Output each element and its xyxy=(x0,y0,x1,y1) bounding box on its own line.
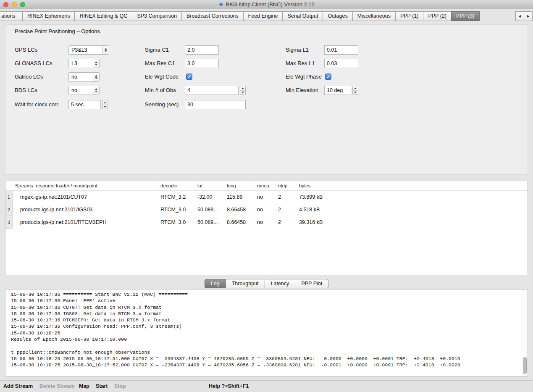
delete-stream-button[interactable]: Delete Stream xyxy=(39,381,74,392)
stepper-down-icon[interactable] xyxy=(353,90,358,95)
map-button[interactable]: Map xyxy=(79,381,89,392)
wait-clock-stepper[interactable] xyxy=(102,100,108,109)
min-obs-stepper[interactable] xyxy=(240,86,246,95)
stepper-down-icon[interactable] xyxy=(240,90,245,95)
tab-scroll-left-icon[interactable]: ◀ xyxy=(515,11,524,21)
gps-lcs-value: P3&L3 xyxy=(69,46,102,54)
header-long[interactable]: long xyxy=(224,181,255,190)
min-obs-input[interactable] xyxy=(185,86,239,95)
header-ntrip[interactable]: ntrip xyxy=(276,181,297,190)
glonass-lcs-select[interactable]: L3 xyxy=(68,59,100,68)
tab-rinex-ephemeris[interactable]: RINEX Ephemeris xyxy=(22,11,75,21)
header-decoder[interactable]: decoder xyxy=(158,181,195,190)
cell-mountpoint: mgex.igs-ip.net:2101/CUT07 xyxy=(13,191,158,203)
table-row[interactable]: 1 mgex.igs-ip.net:2101/CUT07 RTCM_3.2 -3… xyxy=(5,191,528,203)
min-elevation-label: Min Elevation xyxy=(286,86,318,95)
tab-outages[interactable]: Outages xyxy=(323,11,352,21)
ele-wgt-phase-checkbox[interactable]: ✓ xyxy=(325,74,331,80)
min-elevation-stepper[interactable] xyxy=(352,86,358,95)
tab-sp3-comparison[interactable]: SP3 Comparison xyxy=(132,11,182,21)
ele-wgt-code-checkbox[interactable]: ✓ xyxy=(186,74,192,80)
streams-header-row: Streams: resource loader / mountpoint de… xyxy=(5,181,528,191)
gps-lcs-label: GPS LCs xyxy=(15,45,37,55)
zoom-button[interactable] xyxy=(20,2,25,7)
window-title-text: BKG Ntrip Client (BNC) Version 2.12 xyxy=(226,1,315,8)
cell-ntrip: 2 xyxy=(276,203,297,216)
close-button[interactable] xyxy=(3,2,8,7)
tab-ppp-2[interactable]: PPP (2) xyxy=(423,11,452,21)
tab-miscellaneous[interactable]: Miscellaneous xyxy=(352,11,396,21)
row-number: 3 xyxy=(5,216,13,229)
wait-clock-label: Wait for clock corr. xyxy=(15,100,59,109)
cell-nmea: no xyxy=(255,191,276,203)
tab-throughput[interactable]: Throughput xyxy=(226,279,265,288)
stepper-up-icon[interactable] xyxy=(353,86,358,90)
bds-lcs-value: no xyxy=(69,86,93,95)
sigma-l1-input[interactable] xyxy=(324,45,358,55)
max-res-c1-input[interactable] xyxy=(185,59,219,68)
max-res-l1-input[interactable] xyxy=(324,59,358,68)
cell-mountpoint: products.igs-ip.net:2101/RTCM3EPH xyxy=(13,216,158,229)
ele-wgt-code-label: Ele Wgt Code xyxy=(145,72,179,82)
cell-ntrip: 2 xyxy=(276,216,297,229)
combo-arrows-icon xyxy=(102,46,109,54)
stepper-down-icon[interactable] xyxy=(102,105,108,109)
bnc-window: ❖BKG Ntrip Client (BNC) Version 2.12 ati… xyxy=(0,0,533,392)
gps-lcs-select[interactable]: P3&L3 xyxy=(68,45,109,55)
tab-bar: ations RINEX Ephemeris RINEX Editing & Q… xyxy=(0,11,480,21)
glonass-lcs-label: GLONASS LCs xyxy=(15,59,53,68)
log-scrollbar[interactable] xyxy=(522,289,528,376)
stop-button[interactable]: Stop xyxy=(114,381,126,392)
header-mountpoint[interactable]: Streams: resource loader / mountpoint xyxy=(5,181,158,190)
table-row[interactable]: 2 products.igs-ip.net:2101/IGS03 RTCM_3.… xyxy=(5,203,528,216)
app-icon: ❖ xyxy=(218,1,223,8)
traffic-lights xyxy=(3,2,25,7)
header-bytes[interactable]: bytes xyxy=(297,181,528,190)
header-nmea[interactable]: nmea xyxy=(255,181,276,190)
bds-lcs-select[interactable]: no xyxy=(68,86,100,95)
cell-lat: -32.00 xyxy=(195,191,224,203)
tab-rinex-editing-qc[interactable]: RINEX Editing & QC xyxy=(74,11,132,21)
table-row[interactable]: 3 products.igs-ip.net:2101/RTCM3EPH RTCM… xyxy=(5,216,528,229)
sigma-c1-input[interactable] xyxy=(185,45,219,55)
cell-decoder: RTCM_3.2 xyxy=(158,191,195,203)
cell-bytes: 39.316 kB xyxy=(297,216,528,229)
tab-log[interactable]: Log xyxy=(205,279,226,288)
tab-ppp-1[interactable]: PPP (1) xyxy=(395,11,424,21)
start-button[interactable]: Start xyxy=(96,381,108,392)
header-lat[interactable]: lat xyxy=(195,181,224,190)
stepper-up-icon[interactable] xyxy=(240,86,245,90)
galileo-lcs-value: no xyxy=(69,73,93,81)
stepper-up-icon[interactable] xyxy=(102,100,108,105)
log-scrollbar-thumb[interactable] xyxy=(523,357,527,374)
add-stream-button[interactable]: Add Stream xyxy=(3,381,33,392)
log-output: 15-06-30 10:17:36 ========== Start BNC v… xyxy=(5,291,521,375)
help-shortcut-label: Help ?=Shift+F1 xyxy=(209,381,249,392)
min-elevation-input[interactable] xyxy=(324,86,351,95)
tab-scroll-right-icon[interactable]: ▶ xyxy=(524,11,533,21)
streams-table: Streams: resource loader / mountpoint de… xyxy=(5,181,528,275)
sigma-c1-label: Sigma C1 xyxy=(145,45,169,55)
sigma-l1-label: Sigma L1 xyxy=(286,45,309,55)
row-number: 1 xyxy=(5,191,13,203)
minimize-button[interactable] xyxy=(12,2,17,7)
tab-ppp-plot[interactable]: PPP Plot xyxy=(295,279,328,288)
ele-wgt-phase-label: Ele Wgt Phase xyxy=(286,72,322,82)
seeding-input[interactable] xyxy=(185,100,246,109)
tab-broadcast-corrections[interactable]: Broadcast Corrections xyxy=(181,11,244,21)
combo-arrows-icon xyxy=(93,59,99,68)
tab-ppp-3[interactable]: PPP (3) xyxy=(451,11,480,21)
combo-arrows-icon xyxy=(93,73,99,81)
tab-feed-engine[interactable]: Feed Engine xyxy=(243,11,283,21)
galileo-lcs-select[interactable]: no xyxy=(68,72,100,82)
log-tab-bar: Log Throughput Latency PPP Plot xyxy=(0,279,533,288)
max-res-c1-label: Max Res C1 xyxy=(145,59,175,68)
window-title: ❖BKG Ntrip Client (BNC) Version 2.12 xyxy=(0,0,533,9)
title-bar: ❖BKG Ntrip Client (BNC) Version 2.12 xyxy=(0,0,533,9)
tab-serial-output[interactable]: Serial Output xyxy=(282,11,323,21)
cell-bytes: 73.899 kB xyxy=(297,191,528,203)
tab-observations[interactable]: ations xyxy=(0,11,23,21)
tab-latency[interactable]: Latency xyxy=(265,279,296,288)
cell-decoder: RTCM_3.0 xyxy=(158,216,195,229)
wait-clock-input[interactable] xyxy=(68,100,101,109)
